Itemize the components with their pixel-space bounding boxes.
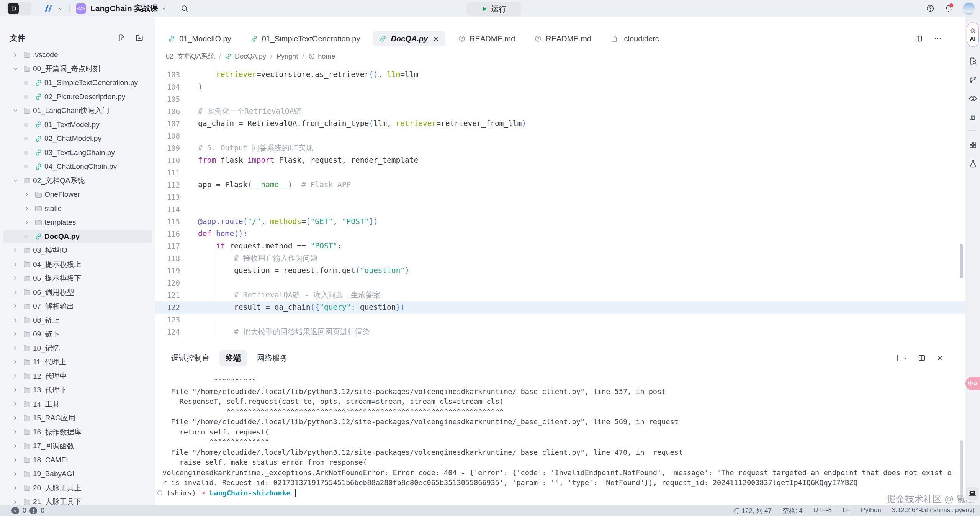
tree-folder-item[interactable]: 10_记忆 — [3, 341, 152, 356]
ai-assistant-button[interactable]: AI — [967, 22, 979, 47]
user-avatar[interactable] — [963, 2, 975, 15]
tree-folder-item[interactable]: .vscode — [3, 48, 152, 62]
tree-item-label: templates — [44, 218, 76, 227]
tree-item-label: 13_代理下 — [33, 385, 67, 395]
breadcrumb-item[interactable]: Pyright — [276, 52, 298, 60]
panel-tab[interactable]: 终端 — [219, 350, 247, 366]
sidebar-toggle-button[interactable] — [6, 2, 31, 15]
tree-folder-item[interactable]: 02_文档QA系统 — [3, 174, 152, 188]
code-editor[interactable]: 103 retriever=vectorstore.as_retriever()… — [155, 65, 965, 347]
test-lab-button[interactable] — [969, 159, 977, 168]
folder-icon — [32, 219, 44, 227]
tree-folder-item[interactable]: 09_链下 — [3, 327, 152, 341]
status-item[interactable]: LF — [843, 506, 850, 515]
py-icon — [32, 232, 44, 240]
preview-button[interactable] — [969, 94, 977, 103]
tree-file-item[interactable]: 04_ChatLongChain.py — [3, 160, 152, 174]
tree-item-label: static — [44, 204, 61, 213]
tree-folder-item[interactable]: 15_RAG应用 — [3, 411, 152, 425]
error-count[interactable]: 0 — [23, 507, 26, 514]
tree-folder-item[interactable]: 13_代理下 — [3, 383, 152, 397]
marscode-logo-icon[interactable] — [43, 3, 54, 13]
split-editor-icon[interactable] — [915, 34, 923, 43]
line-number: 122 — [155, 301, 180, 314]
tree-folder-item[interactable]: 04_提示模板上 — [3, 258, 152, 272]
tree-folder-item[interactable]: 20_人脉工具上 — [3, 481, 152, 495]
search-icon[interactable] — [180, 4, 189, 13]
close-panel-icon[interactable] — [936, 354, 944, 362]
search-in-files-button[interactable] — [969, 57, 977, 65]
tree-folder-item[interactable]: 12_代理中 — [3, 369, 152, 384]
tree-file-item[interactable]: 02_PictureDescription.py — [3, 90, 152, 104]
help-icon[interactable] — [926, 4, 934, 13]
tree-folder-item[interactable]: 21_人脉工具下 — [3, 495, 152, 505]
panel-tab[interactable]: 调试控制台 — [165, 350, 216, 366]
tree-file-item[interactable]: 03_TextLangChain.py — [3, 146, 152, 160]
tree-file-item[interactable]: 01_TextModel.py — [3, 118, 152, 132]
status-item[interactable]: 空格: 4 — [782, 506, 803, 515]
tree-folder-item[interactable]: 08_链上 — [3, 314, 152, 328]
close-tab-icon[interactable] — [433, 36, 439, 42]
tree-folder-item[interactable]: 00_开篇词_奇点时刻 — [3, 62, 152, 76]
tree-file-item[interactable]: DocQA.py — [3, 230, 152, 244]
breadcrumb-item[interactable]: 02_文档QA系统 — [166, 52, 215, 61]
status-item[interactable]: 行 122, 列 47 — [733, 506, 772, 515]
extensions-button[interactable] — [969, 140, 977, 149]
tree-folder-item[interactable]: OneFlower — [3, 188, 152, 202]
source-control-button[interactable] — [969, 75, 977, 84]
warning-count[interactable]: 0 — [41, 507, 44, 514]
editor-tab[interactable]: DocQA.py — [373, 31, 445, 46]
status-item[interactable]: 3.12.2 64-bit ('shims': pyenv) — [892, 506, 975, 515]
tree-file-item[interactable]: 01_SimpleTextGeneration.py — [3, 76, 152, 90]
tree-folder-item[interactable]: 05_提示模板下 — [3, 271, 152, 286]
split-panel-icon[interactable] — [918, 354, 926, 362]
py-icon — [225, 53, 232, 60]
panel-tab[interactable]: 网络服务 — [251, 350, 294, 366]
tree-folder-item[interactable]: templates — [3, 216, 152, 230]
terminal-line: ^^^^^^^^^^^^^^^^^^^^^^^^^^^^^^^^^^^^^^^^… — [162, 407, 965, 417]
warnings-icon[interactable]: ! — [29, 507, 37, 514]
workspace-title: LangChain 实战课 — [90, 3, 158, 14]
tree-folder-item[interactable]: 19_BabyAGI — [3, 467, 152, 481]
terminal-output[interactable]: ^^^^^^^^^^ File "/home/cloudide/.local/l… — [155, 369, 965, 505]
workspace-switcher-chevron-icon[interactable] — [57, 6, 63, 11]
tree-folder-item[interactable]: 06_调用模型 — [3, 286, 152, 300]
project-menu-chevron-icon[interactable] — [161, 6, 167, 11]
debug-button[interactable] — [969, 113, 977, 122]
tree-folder-item[interactable]: 03_模型IO — [3, 243, 152, 258]
tree-folder-item[interactable]: 14_工具 — [3, 397, 152, 411]
code-line: 116def home(): — [155, 228, 965, 240]
breadcrumb-item[interactable]: DocQA.py — [225, 52, 266, 60]
tree-folder-item[interactable]: 18_CAMEL — [3, 453, 152, 467]
remote-machine-button[interactable] — [966, 487, 979, 500]
editor-tab[interactable]: .cloudiderc — [604, 31, 666, 46]
status-item[interactable]: UTF-8 — [813, 506, 832, 515]
editor-tab[interactable]: README.md — [528, 31, 598, 46]
new-file-icon[interactable] — [118, 34, 126, 42]
modified-dot — [24, 165, 28, 168]
editor-scrollbar-thumb[interactable] — [960, 244, 963, 278]
tree-file-item[interactable]: 02_ChatModel.py — [3, 132, 152, 146]
terminal-scrollbar-thumb[interactable] — [960, 440, 963, 501]
breadcrumb-item[interactable]: home — [308, 52, 335, 60]
new-terminal-button[interactable] — [893, 354, 908, 362]
tree-folder-item[interactable]: 01_LangChain快速入门 — [3, 104, 152, 118]
folder-icon — [21, 344, 33, 352]
tree-folder-item[interactable]: 16_操作数据库 — [3, 425, 152, 439]
tree-folder-item[interactable]: 17_回调函数 — [3, 439, 152, 453]
tree-folder-item[interactable]: 11_代理上 — [3, 355, 152, 369]
run-button[interactable]: 运行 — [466, 2, 521, 16]
status-item[interactable]: Python — [861, 506, 881, 515]
tree-folder-item[interactable]: static — [3, 202, 152, 216]
py-icon — [32, 121, 44, 129]
translate-button[interactable]: 中A — [965, 377, 980, 390]
errors-icon[interactable]: ✕ — [11, 507, 19, 514]
editor-tab[interactable]: README.md — [452, 31, 522, 46]
notifications-bell-icon[interactable] — [944, 4, 953, 13]
tree-folder-item[interactable]: 07_解析输出 — [3, 299, 152, 314]
new-folder-icon[interactable] — [135, 34, 144, 42]
editor-tab[interactable]: 01_SimpleTextGeneration.py — [244, 31, 367, 46]
more-actions-icon[interactable] — [934, 34, 942, 43]
line-number: 115 — [155, 216, 180, 228]
editor-tab[interactable]: 01_ModelIO.py — [161, 31, 238, 46]
